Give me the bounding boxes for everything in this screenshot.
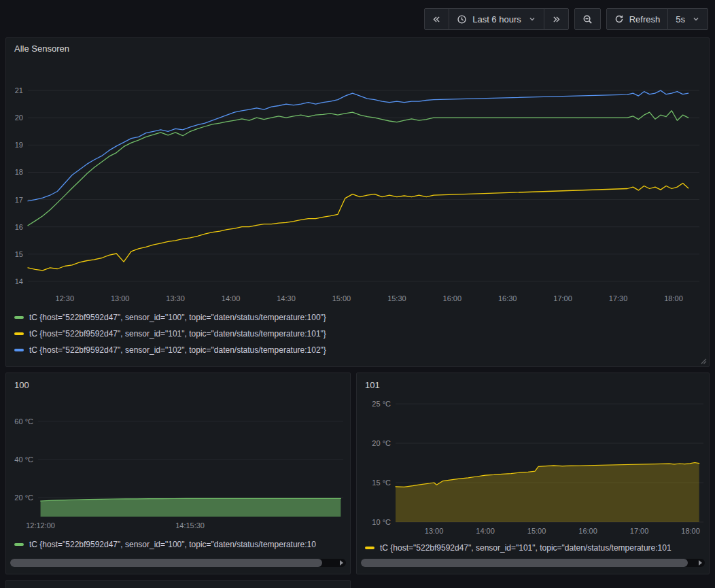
svg-text:17:00: 17:00 bbox=[630, 527, 649, 535]
refresh-label: Refresh bbox=[629, 14, 661, 24]
chevron-down-icon bbox=[692, 15, 700, 23]
svg-text:40 °C: 40 °C bbox=[14, 455, 33, 464]
panel-title[interactable]: 101 bbox=[365, 380, 701, 390]
svg-text:18:00: 18:00 bbox=[681, 527, 700, 535]
svg-text:14:00: 14:00 bbox=[222, 294, 241, 302]
angle-double-left-icon bbox=[432, 15, 441, 24]
series-swatch bbox=[14, 349, 24, 351]
series-swatch bbox=[14, 316, 24, 319]
svg-text:18: 18 bbox=[15, 168, 23, 176]
legend-item-sensor-100[interactable]: tC {host="522bf9592d47", sensor_id="100"… bbox=[14, 540, 342, 549]
svg-text:16:30: 16:30 bbox=[498, 294, 517, 302]
grafana-dashboard: Last 6 hours bbox=[0, 0, 715, 588]
svg-text:20 °C: 20 °C bbox=[372, 439, 391, 447]
chevron-down-icon bbox=[528, 15, 536, 23]
svg-text:12:12:00: 12:12:00 bbox=[26, 521, 55, 530]
legend-item-sensor-100[interactable]: tC {host="522bf9592d47", sensor_id="100"… bbox=[14, 309, 701, 326]
time-range-label: Last 6 hours bbox=[472, 14, 521, 24]
panel-title[interactable]: 100 bbox=[14, 380, 342, 390]
svg-text:13:00: 13:00 bbox=[111, 294, 130, 302]
svg-text:25 °C: 25 °C bbox=[372, 400, 391, 408]
svg-text:12:30: 12:30 bbox=[56, 294, 75, 302]
scrollbar-thumb[interactable] bbox=[361, 559, 688, 567]
svg-text:16:00: 16:00 bbox=[578, 527, 597, 535]
panel-alle-sensoren: Alle Sensoren 141516171819202112:3013:00… bbox=[5, 37, 710, 367]
time-controls-toolbar: Last 6 hours bbox=[424, 8, 708, 30]
svg-text:15:00: 15:00 bbox=[527, 527, 546, 535]
legend-item-sensor-102[interactable]: tC {host="522bf9592d47", sensor_id="102"… bbox=[14, 342, 701, 358]
chart-legend: tC {host="522bf9592d47", sensor_id="100"… bbox=[14, 309, 701, 358]
refresh-button[interactable]: Refresh bbox=[606, 8, 669, 30]
panel-101: 101 10 °C15 °C20 °C25 °C13:0014:0015:001… bbox=[356, 373, 710, 574]
series-swatch bbox=[14, 543, 24, 546]
svg-text:10 °C: 10 °C bbox=[372, 518, 391, 526]
refresh-interval-dropdown[interactable]: 5s bbox=[667, 8, 708, 30]
svg-text:18:00: 18:00 bbox=[664, 294, 683, 302]
svg-text:14:15:30: 14:15:30 bbox=[175, 521, 205, 530]
svg-text:13:00: 13:00 bbox=[425, 527, 444, 535]
legend-label: tC {host="522bf9592d47", sensor_id="100"… bbox=[29, 313, 326, 322]
panel-102: 102 bbox=[5, 580, 351, 588]
zoom-out-icon bbox=[582, 14, 593, 24]
time-range-group: Last 6 hours bbox=[424, 8, 569, 30]
legend-label: tC {host="522bf9592d47", sensor_id="101"… bbox=[380, 543, 672, 553]
area-chart-sensor-101[interactable]: 10 °C15 °C20 °C25 °C13:0014:0015:0016:00… bbox=[358, 396, 708, 538]
zoom-out-time-button[interactable] bbox=[574, 8, 601, 30]
refresh-interval-value: 5s bbox=[676, 14, 685, 24]
timeseries-chart-all-sensors[interactable]: 141516171819202112:3013:0013:3014:0014:3… bbox=[14, 59, 701, 307]
clock-icon bbox=[457, 14, 467, 24]
scrollbar-thumb[interactable] bbox=[10, 559, 322, 567]
panel-header: 102 bbox=[6, 581, 350, 588]
panel-title[interactable]: Alle Sensoren bbox=[14, 44, 701, 54]
legend-label: tC {host="522bf9592d47", sensor_id="102"… bbox=[29, 345, 326, 355]
series-swatch bbox=[14, 332, 24, 335]
panel-resize-handle[interactable] bbox=[699, 357, 707, 364]
scroll-right-arrow-icon[interactable] bbox=[699, 560, 702, 566]
svg-text:16:00: 16:00 bbox=[443, 294, 462, 302]
svg-text:17:00: 17:00 bbox=[553, 294, 572, 302]
time-shift-back-button[interactable] bbox=[424, 8, 449, 30]
time-range-picker-button[interactable]: Last 6 hours bbox=[449, 8, 544, 30]
panel-header: 100 bbox=[6, 373, 350, 396]
svg-text:14:30: 14:30 bbox=[277, 294, 296, 302]
svg-text:19: 19 bbox=[15, 141, 23, 149]
time-shift-forward-button[interactable] bbox=[544, 8, 569, 30]
legend-item-sensor-101[interactable]: tC {host="522bf9592d47", sensor_id="101"… bbox=[14, 326, 701, 342]
svg-text:15:30: 15:30 bbox=[387, 294, 406, 302]
sync-icon bbox=[614, 14, 624, 24]
legend-item-sensor-101[interactable]: tC {host="522bf9592d47", sensor_id="101"… bbox=[365, 543, 701, 553]
svg-text:20: 20 bbox=[15, 114, 23, 122]
angle-double-right-icon bbox=[552, 15, 561, 24]
horizontal-scrollbar[interactable] bbox=[361, 559, 705, 567]
scroll-right-arrow-icon[interactable] bbox=[340, 560, 343, 566]
svg-text:14: 14 bbox=[15, 277, 23, 286]
svg-text:13:30: 13:30 bbox=[166, 294, 185, 302]
svg-text:17: 17 bbox=[15, 196, 23, 204]
svg-text:21: 21 bbox=[15, 86, 23, 94]
svg-text:15:00: 15:00 bbox=[332, 294, 351, 302]
svg-text:16: 16 bbox=[15, 223, 23, 231]
svg-text:15 °C: 15 °C bbox=[372, 479, 391, 487]
horizontal-scrollbar[interactable] bbox=[10, 559, 346, 567]
svg-text:17:30: 17:30 bbox=[609, 294, 628, 302]
legend-label: tC {host="522bf9592d47", sensor_id="100"… bbox=[29, 540, 316, 549]
refresh-group: Refresh 5s bbox=[606, 8, 708, 30]
svg-text:20 °C: 20 °C bbox=[14, 494, 33, 502]
svg-text:15: 15 bbox=[15, 250, 23, 258]
series-swatch bbox=[365, 547, 374, 549]
svg-text:14:00: 14:00 bbox=[476, 527, 495, 535]
area-chart-sensor-100[interactable]: 20 °C40 °C60 °C12:12:0014:15:30 bbox=[7, 396, 349, 535]
svg-text:60 °C: 60 °C bbox=[14, 417, 33, 426]
legend-label: tC {host="522bf9592d47", sensor_id="101"… bbox=[29, 329, 326, 339]
panel-100: 100 20 °C40 °C60 °C12:12:0014:15:30 tC {… bbox=[5, 373, 351, 574]
panel-header: 101 bbox=[357, 373, 709, 396]
